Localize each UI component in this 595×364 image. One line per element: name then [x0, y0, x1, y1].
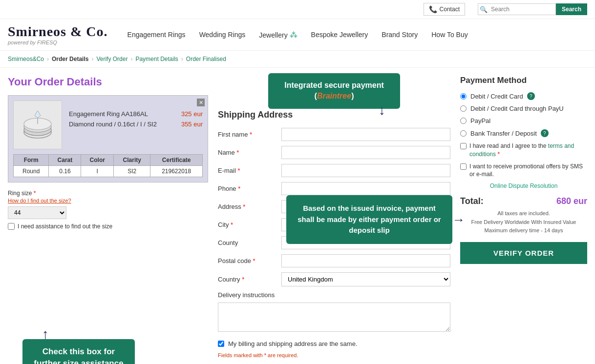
secure-callout: Integrated secure payment (Braintree) ↓ — [268, 73, 400, 109]
logo-powered: powered by FIRESQ — [8, 40, 108, 45]
billing-row: My billing and shipping address are the … — [218, 340, 450, 347]
col-certificate: Certificate — [150, 155, 203, 166]
bank-callout: Based on the issued invoice, payment sha… — [286, 195, 452, 244]
payment-bank-label: Bank Transfer / Deposit — [470, 130, 537, 137]
phone-label: Phone * — [218, 185, 281, 192]
col-color: Color — [81, 155, 114, 166]
delivery-textarea[interactable] — [218, 303, 450, 332]
breadcrumb-verify[interactable]: Verify Order — [96, 56, 128, 62]
card-help-icon[interactable]: ? — [527, 92, 535, 100]
ring-svg — [16, 103, 60, 147]
ring-size-label: Ring size * — [8, 190, 36, 197]
section-title: Shipping Address — [218, 110, 450, 120]
payment-panel: Payment Method Debit / Credit Card ? Deb… — [460, 76, 587, 358]
cell-clarity: SI2 — [114, 166, 150, 177]
nav-bespoke[interactable]: Bespoke Jewellery — [311, 31, 368, 39]
close-order-button[interactable]: ✕ — [197, 99, 205, 106]
breadcrumb-order-details: Order Details — [52, 56, 88, 62]
payment-radio-paypal[interactable] — [460, 118, 467, 124]
field-postal: Postal code * — [218, 254, 450, 267]
cell-color: I — [81, 166, 114, 177]
field-country: Country * United Kingdom United States G… — [218, 272, 450, 286]
size-assistance-row: I need assistance to find out the size — [8, 223, 208, 230]
size-assistance-label[interactable]: I need assistance to find out the size — [18, 223, 112, 230]
col-carat: Carat — [49, 155, 81, 166]
phone-icon: 📞 — [429, 5, 437, 13]
breadcrumb-finalised[interactable]: Order Finalised — [186, 56, 226, 62]
payment-radio-bank[interactable] — [460, 130, 467, 137]
tax-line1: All taxes are included. — [460, 209, 587, 218]
bank-help-icon[interactable]: ? — [541, 129, 549, 137]
cell-form: Round — [14, 166, 49, 177]
address-label: Address * — [218, 203, 281, 210]
payment-payu-label: Debit / Credit Card through PayU — [470, 105, 564, 112]
arrow-down-icon: ↓ — [379, 101, 385, 120]
ring-size-select[interactable]: 44 40 41 42 43 45 46 47 48 — [8, 206, 66, 219]
billing-checkbox[interactable] — [218, 341, 224, 347]
total-amount: 680 eur — [556, 196, 587, 206]
product2: Diamond round / 0.16ct / I / SI2 — [69, 121, 157, 128]
payment-radio-card[interactable] — [460, 93, 467, 100]
breadcrumb-sep2: › — [91, 56, 93, 62]
braintree-text: Braintree — [317, 92, 351, 100]
nav-how-to-buy[interactable]: How To Buy — [431, 31, 468, 39]
size-assistance-checkbox[interactable] — [8, 223, 15, 230]
field-email: E-mail * — [218, 164, 450, 177]
verify-order-button[interactable]: VERIFY ORDER — [460, 242, 587, 264]
total-row: Total: 680 eur — [460, 196, 587, 206]
tax-info: All taxes are included. Free Delivery Wo… — [460, 209, 587, 235]
terms-row: I have read and I agree to the terms and… — [460, 142, 587, 159]
breadcrumb: Smirneos&Co › Order Details › Verify Ord… — [0, 51, 595, 68]
firstname-input[interactable] — [281, 128, 450, 141]
terms-text: I have read and I agree to the terms and… — [469, 142, 587, 159]
jewellery-icon: ⁂ — [290, 31, 298, 39]
order-box: ✕ — [8, 95, 208, 182]
breadcrumb-sep4: › — [181, 56, 183, 62]
payment-radio-payu[interactable] — [460, 105, 467, 112]
search-input[interactable] — [478, 3, 556, 15]
nav-brand-story[interactable]: Brand Story — [382, 31, 418, 39]
nav-jewellery[interactable]: Jewellery ⁂ — [259, 30, 297, 40]
payment-option-paypal: PayPal — [460, 117, 587, 124]
breadcrumb-home[interactable]: Smirneos&Co — [8, 56, 44, 62]
name-input[interactable] — [281, 146, 450, 159]
logo: Smirneos & Co. powered by FIRESQ — [8, 24, 108, 45]
terms-checkbox[interactable] — [460, 143, 467, 149]
county-label: County — [218, 239, 281, 246]
col-form: Form — [14, 155, 49, 166]
contact-button[interactable]: 📞 Contact — [424, 3, 465, 16]
promo-row: I want to receive promotional offers by … — [460, 162, 587, 179]
tax-line3: Maximum delivery time - 14 days — [460, 226, 587, 235]
tax-line2: Free Delivery Worldwide With Insured Val… — [460, 218, 587, 227]
field-phone: Phone * — [218, 182, 450, 195]
size-callout-arrow: ↑ — [42, 324, 49, 344]
search-button[interactable]: Search — [556, 3, 587, 15]
size-help-link[interactable]: How do I find out the size? — [8, 198, 208, 203]
product-name: Engagement Ring AA186AL — [69, 110, 148, 118]
nav-wrapper: Smirneos & Co. powered by FIRESQ Engagem… — [0, 19, 595, 51]
promo-checkbox[interactable] — [460, 163, 467, 170]
country-select[interactable]: United Kingdom United States Germany Fra… — [281, 272, 450, 286]
ring-image — [13, 101, 62, 149]
email-input[interactable] — [281, 164, 450, 177]
bank-arrow-icon: → — [452, 210, 465, 229]
dispute-link[interactable]: Online Dispute Resolution — [460, 182, 587, 189]
search-icon: 🔍 — [480, 6, 488, 13]
nav-engagement-rings[interactable]: Engagement Rings — [128, 31, 186, 39]
price2: 355 eur — [181, 121, 203, 128]
contact-label: Contact — [440, 6, 460, 13]
left-panel: Your Order Details ✕ — [8, 76, 208, 358]
postal-input[interactable] — [281, 254, 450, 267]
breadcrumb-sep3: › — [130, 56, 132, 62]
phone-input[interactable] — [281, 182, 450, 195]
required-note: Fields marked with * are required. — [218, 352, 450, 358]
field-delivery: Delivery instructions — [218, 291, 450, 333]
payment-option-card: Debit / Credit Card ? — [460, 92, 587, 100]
billing-label[interactable]: My billing and shipping address are the … — [228, 340, 357, 347]
payment-paypal-label: PayPal — [470, 117, 490, 124]
nav-wedding-rings[interactable]: Wedding Rings — [199, 31, 246, 39]
delivery-label: Delivery instructions — [218, 291, 275, 299]
city-label: City * — [218, 221, 281, 228]
cell-certificate: 219622018 — [150, 166, 203, 177]
breadcrumb-payment[interactable]: Payment Details — [135, 56, 178, 62]
